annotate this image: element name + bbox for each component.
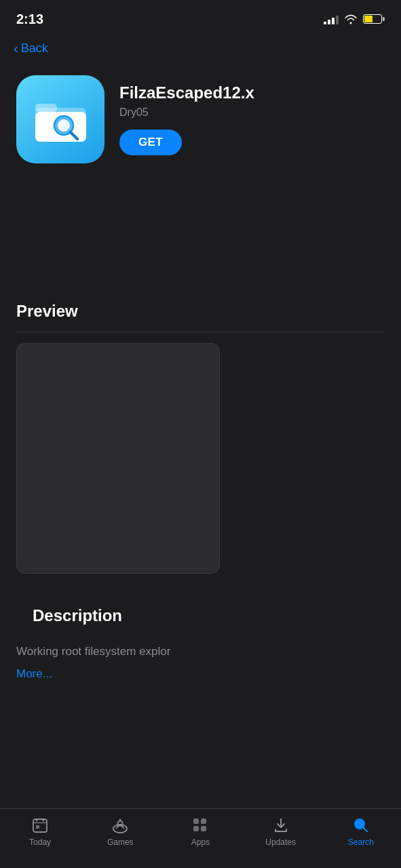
tab-bar-spacer bbox=[0, 692, 401, 760]
search-icon bbox=[351, 816, 370, 835]
svg-rect-6 bbox=[33, 819, 47, 832]
app-icon bbox=[16, 75, 104, 163]
back-button[interactable]: ‹ Back bbox=[14, 41, 385, 56]
app-info: FilzaEscaped12.x Dry05 GET bbox=[119, 83, 385, 156]
games-label: Games bbox=[107, 837, 134, 847]
app-header: FilzaEscaped12.x Dry05 GET bbox=[0, 64, 401, 180]
app-name: FilzaEscaped12.x bbox=[119, 83, 385, 103]
preview-title: Preview bbox=[0, 302, 401, 332]
nav-bar: ‹ Back bbox=[0, 35, 401, 64]
back-chevron-icon: ‹ bbox=[14, 41, 18, 56]
updates-icon bbox=[271, 816, 290, 835]
preview-section: Preview bbox=[0, 302, 401, 590]
svg-rect-16 bbox=[193, 826, 199, 831]
today-icon bbox=[31, 816, 50, 835]
svg-rect-8 bbox=[36, 818, 38, 821]
svg-rect-17 bbox=[201, 826, 206, 831]
svg-rect-14 bbox=[193, 818, 199, 824]
description-section: Description Working root filesystem expl… bbox=[0, 590, 401, 692]
apps-icon bbox=[191, 816, 210, 835]
svg-rect-7 bbox=[33, 822, 47, 824]
search-label: Search bbox=[348, 837, 374, 847]
tab-apps[interactable]: Apps bbox=[173, 816, 227, 847]
description-text: Working root filesystem explor bbox=[16, 643, 385, 660]
tab-bar: Today Games Apps bbox=[0, 808, 401, 868]
more-link[interactable]: More... bbox=[16, 667, 385, 681]
status-time: 2:13 bbox=[16, 12, 43, 27]
updates-label: Updates bbox=[265, 837, 296, 847]
svg-rect-9 bbox=[43, 818, 45, 821]
today-label: Today bbox=[29, 837, 51, 847]
content-gap bbox=[0, 180, 401, 302]
preview-divider bbox=[16, 332, 385, 332]
games-icon bbox=[111, 816, 130, 835]
back-label: Back bbox=[21, 41, 48, 56]
status-icons bbox=[324, 14, 385, 24]
app-developer: Dry05 bbox=[119, 106, 385, 119]
wifi-icon bbox=[344, 14, 358, 24]
svg-rect-10 bbox=[36, 825, 39, 829]
signal-icon bbox=[324, 14, 339, 24]
tab-games[interactable]: Games bbox=[93, 816, 147, 847]
svg-line-19 bbox=[363, 828, 367, 832]
svg-rect-15 bbox=[201, 818, 206, 824]
preview-image bbox=[16, 343, 220, 574]
tab-today[interactable]: Today bbox=[13, 816, 67, 847]
svg-point-4 bbox=[58, 119, 70, 132]
status-bar: 2:13 bbox=[0, 0, 401, 35]
tab-updates[interactable]: Updates bbox=[254, 816, 308, 847]
svg-rect-1 bbox=[35, 104, 57, 112]
apps-label: Apps bbox=[191, 837, 210, 847]
description-title: Description bbox=[16, 606, 385, 636]
battery-icon bbox=[363, 14, 385, 24]
tab-search[interactable]: Search bbox=[334, 816, 388, 847]
get-button[interactable]: GET bbox=[119, 130, 182, 155]
